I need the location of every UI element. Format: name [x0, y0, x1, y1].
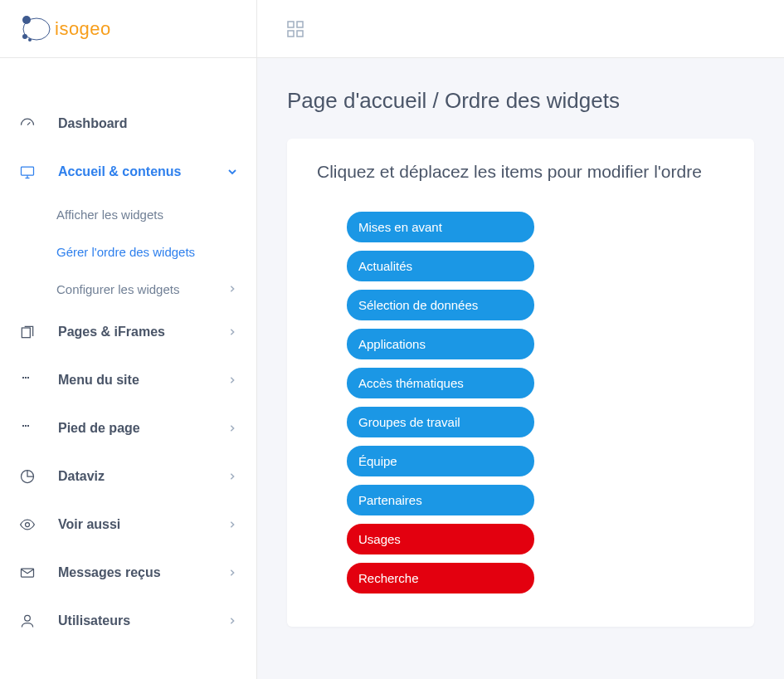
widget-item-acces-thematiques[interactable]: Accès thématiques: [347, 368, 534, 398]
sidebar-subitem-label: Afficher les widgets: [56, 208, 163, 222]
chevron-right-icon: [226, 423, 238, 434]
menu-icon: [18, 371, 37, 389]
widget-item-equipe[interactable]: Équipe: [347, 446, 534, 476]
widget-item-label: Recherche: [358, 571, 419, 585]
widget-item-label: Équipe: [358, 454, 397, 468]
widget-item-label: Actualités: [358, 259, 412, 273]
gauge-icon: [18, 115, 37, 133]
sidebar-subitem-label: Gérer l'ordre des widgets: [56, 245, 195, 259]
widget-item-label: Sélection de données: [358, 298, 478, 312]
widget-item-label: Applications: [358, 337, 426, 351]
svg-point-18: [25, 615, 31, 621]
sidebar-item-label: Utilisateurs: [58, 613, 226, 628]
pages-icon: [18, 323, 37, 341]
widget-item-usages[interactable]: Usages: [347, 524, 534, 554]
widget-item-label: Groupes de travail: [358, 415, 460, 429]
brand-logo[interactable]: isogeo: [18, 15, 111, 43]
widget-order-card: Cliquez et déplacez les items pour modif…: [287, 139, 754, 627]
brand-name: isogeo: [55, 18, 111, 40]
topbar: [257, 0, 784, 58]
chevron-down-icon: [226, 166, 238, 178]
widget-item-label: Accès thématiques: [358, 376, 464, 390]
sidebar-item-label: Messages reçus: [58, 565, 226, 580]
svg-rect-14: [27, 425, 29, 427]
svg-rect-10: [25, 377, 27, 379]
chevron-right-icon: [226, 519, 238, 530]
apps-grid-icon[interactable]: [287, 21, 304, 37]
svg-rect-12: [22, 425, 24, 427]
sidebar-item-dataviz[interactable]: Dataviz: [0, 452, 256, 501]
content: Page d'accueil / Ordre des widgets Cliqu…: [257, 58, 784, 657]
svg-point-16: [26, 523, 30, 527]
widget-item-label: Usages: [358, 532, 401, 546]
chevron-right-icon: [226, 326, 238, 338]
widget-item-mises-en-avant[interactable]: Mises en avant: [347, 212, 534, 242]
sidebar-item-label: Voir aussi: [58, 517, 226, 532]
widget-item-actualites[interactable]: Actualités: [347, 251, 534, 281]
sidebar-item-menu[interactable]: Menu du site: [0, 356, 256, 404]
user-icon: [18, 612, 37, 630]
widget-list: Mises en avant Actualités Sélection de d…: [317, 212, 724, 594]
footer-icon: [18, 419, 37, 437]
mail-icon: [18, 564, 37, 582]
svg-rect-22: [297, 31, 303, 37]
chart-icon: [18, 467, 37, 486]
sidebar-item-label: Menu du site: [58, 373, 226, 388]
svg-point-2: [22, 34, 27, 39]
sidebar-item-utilisateurs[interactable]: Utilisateurs: [0, 597, 256, 645]
sidebar-item-label: Dashboard: [58, 116, 238, 131]
svg-rect-21: [288, 31, 294, 37]
eye-icon: [18, 515, 37, 534]
sidebar-item-pied[interactable]: Pied de page: [0, 404, 256, 452]
card-heading: Cliquez et déplacez les items pour modif…: [317, 162, 724, 182]
main: Page d'accueil / Ordre des widgets Cliqu…: [257, 0, 784, 679]
widget-item-recherche[interactable]: Recherche: [347, 563, 534, 594]
svg-rect-19: [288, 22, 294, 27]
page-title: Page d'accueil / Ordre des widgets: [287, 88, 754, 114]
widget-item-label: Mises en avant: [358, 220, 442, 234]
logo-area: isogeo: [0, 0, 256, 58]
widget-item-label: Partenaires: [358, 493, 422, 507]
svg-line-4: [27, 122, 30, 125]
sidebar-item-pages[interactable]: Pages & iFrames: [0, 308, 256, 356]
sidebar-item-label: Pages & iFrames: [58, 325, 226, 340]
chevron-right-icon: [226, 471, 238, 482]
chevron-right-icon: [226, 374, 238, 386]
sidebar-subitem-gerer-ordre[interactable]: Gérer l'ordre des widgets: [56, 233, 256, 271]
sidebar-subnav-accueil: Afficher les widgets Gérer l'ordre des w…: [0, 196, 256, 308]
sidebar-subitem-label: Configurer les widgets: [56, 282, 179, 296]
sidebar-item-messages[interactable]: Messages reçus: [0, 549, 256, 597]
svg-rect-5: [22, 167, 34, 175]
sidebar-item-label: Accueil & contenus: [58, 164, 226, 179]
svg-rect-20: [297, 22, 303, 27]
svg-rect-9: [22, 377, 24, 379]
sidebar: isogeo Dashboard: [0, 0, 257, 679]
sidebar-item-label: Pied de page: [58, 421, 226, 436]
sidebar-item-label: Dataviz: [58, 469, 226, 484]
display-icon: [18, 163, 37, 181]
sidebar-subitem-afficher-widgets[interactable]: Afficher les widgets: [56, 196, 256, 233]
sidebar-item-dashboard[interactable]: Dashboard: [0, 100, 256, 148]
sidebar-subitem-configurer-widgets[interactable]: Configurer les widgets: [56, 271, 256, 308]
sidebar-nav: Dashboard Accueil & contenus: [0, 58, 256, 645]
widget-item-partenaires[interactable]: Partenaires: [347, 485, 534, 515]
chevron-right-icon: [226, 615, 238, 627]
svg-rect-17: [22, 569, 34, 577]
svg-rect-13: [25, 425, 27, 427]
widget-item-groupes-travail[interactable]: Groupes de travail: [347, 407, 534, 437]
chevron-right-icon: [226, 567, 238, 579]
widget-item-applications[interactable]: Applications: [347, 329, 534, 359]
widget-item-selection-donnees[interactable]: Sélection de données: [347, 290, 534, 320]
svg-point-3: [28, 38, 32, 42]
logo-mark-icon: [18, 15, 51, 43]
svg-rect-11: [27, 377, 29, 379]
sidebar-item-voir[interactable]: Voir aussi: [0, 501, 256, 549]
svg-rect-8: [22, 328, 30, 338]
svg-point-1: [22, 16, 31, 24]
sidebar-item-accueil[interactable]: Accueil & contenus: [0, 148, 256, 196]
chevron-right-icon: [228, 285, 238, 295]
